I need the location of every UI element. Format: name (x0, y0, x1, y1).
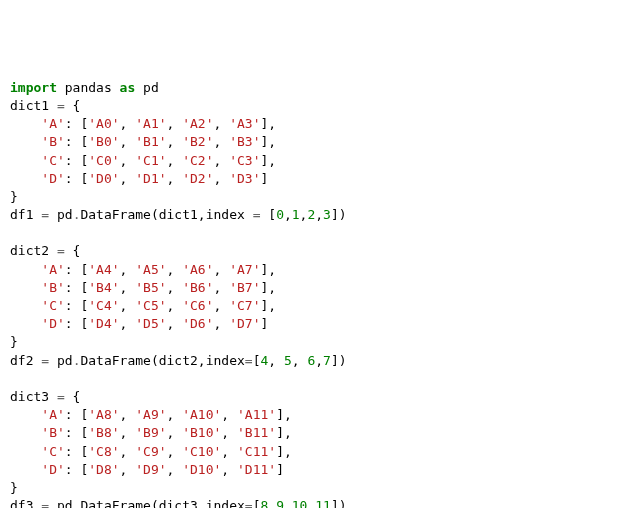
code-token: , (292, 353, 308, 368)
code-token (10, 462, 41, 477)
code-token: , (221, 462, 237, 477)
code-token: pandas (57, 80, 120, 95)
code-token: ], (261, 134, 277, 149)
code-token: 'A10' (182, 407, 221, 422)
code-token: 'B9' (135, 425, 166, 440)
code-token: : [ (65, 280, 88, 295)
code-line: dict1 = { (10, 97, 615, 115)
code-token: pd (135, 80, 158, 95)
code-token: : [ (65, 462, 88, 477)
code-token: 11 (315, 498, 331, 508)
code-line: dict2 = { (10, 242, 615, 260)
code-token: ]) (331, 207, 347, 222)
code-token: 'D9' (135, 462, 166, 477)
code-token: , (167, 444, 183, 459)
code-token: 'A' (41, 407, 64, 422)
code-token: 'B6' (182, 280, 213, 295)
code-line: import pandas as pd (10, 79, 615, 97)
code-token: } (10, 189, 18, 204)
code-token: 'C2' (182, 153, 213, 168)
code-token: , (120, 171, 136, 186)
code-token: 'B11' (237, 425, 276, 440)
code-token: ], (276, 407, 292, 422)
code-line: 'B': ['B0', 'B1', 'B2', 'B3'], (10, 133, 615, 151)
code-line: 'A': ['A4', 'A5', 'A6', 'A7'], (10, 261, 615, 279)
code-token: , (214, 134, 230, 149)
code-token: 'B8' (88, 425, 119, 440)
code-token: , (214, 153, 230, 168)
code-token (10, 316, 41, 331)
code-token: { (65, 243, 81, 258)
code-token: 'C0' (88, 153, 119, 168)
code-token: , (284, 498, 292, 508)
code-token: , (221, 407, 237, 422)
code-token: DataFrame(dict3,index (80, 498, 244, 508)
code-token: 'D6' (182, 316, 213, 331)
code-token: : [ (65, 134, 88, 149)
code-token: , (120, 134, 136, 149)
code-token: , (221, 425, 237, 440)
code-line: 'D': ['D8', 'D9', 'D10', 'D11'] (10, 461, 615, 479)
code-line: df3 = pd.DataFrame(dict3,index=[8,9,10,1… (10, 497, 615, 508)
code-token: 'A2' (182, 116, 213, 131)
code-token: 'D5' (135, 316, 166, 331)
code-token: 5 (284, 353, 292, 368)
code-token: , (120, 444, 136, 459)
code-token: : [ (65, 407, 88, 422)
code-block: import pandas as pddict1 = { 'A': ['A0',… (10, 79, 615, 508)
code-token: , (214, 171, 230, 186)
code-token: 'A7' (229, 262, 260, 277)
code-token (10, 407, 41, 422)
code-token: , (120, 153, 136, 168)
code-token: , (268, 353, 284, 368)
code-token: ], (261, 116, 277, 131)
code-token: pd (49, 207, 72, 222)
code-token: , (167, 316, 183, 331)
code-token: = (245, 498, 253, 508)
code-line (10, 370, 615, 388)
code-token: ], (276, 425, 292, 440)
code-token: [ (260, 207, 276, 222)
code-token (10, 262, 41, 277)
code-token: 'C7' (229, 298, 260, 313)
code-line: 'B': ['B8', 'B9', 'B10', 'B11'], (10, 424, 615, 442)
code-token: , (167, 262, 183, 277)
code-token: ] (276, 462, 284, 477)
code-token: 'D' (41, 462, 64, 477)
code-token: } (10, 334, 18, 349)
code-token: ] (261, 316, 269, 331)
code-token: = (41, 207, 49, 222)
code-token: 'A5' (135, 262, 166, 277)
code-token: ] (261, 171, 269, 186)
code-token: , (120, 298, 136, 313)
code-token: dict1 (10, 98, 57, 113)
code-token: 'D1' (135, 171, 166, 186)
code-token: , (167, 407, 183, 422)
code-token: 'B' (41, 425, 64, 440)
code-token: 10 (292, 498, 308, 508)
code-token: : [ (65, 444, 88, 459)
code-token: 'C8' (88, 444, 119, 459)
code-token: , (214, 280, 230, 295)
code-token: : [ (65, 171, 88, 186)
code-token (10, 116, 41, 131)
code-token: 'C4' (88, 298, 119, 313)
code-token: = (57, 98, 65, 113)
code-token: , (120, 116, 136, 131)
code-token: 0 (276, 207, 284, 222)
code-token: 'C11' (237, 444, 276, 459)
code-token: DataFrame(dict2,index (80, 353, 244, 368)
code-token: , (167, 116, 183, 131)
code-token: ], (261, 280, 277, 295)
code-line (10, 224, 615, 242)
code-token: 'A0' (88, 116, 119, 131)
code-token: 'C10' (182, 444, 221, 459)
code-token: } (10, 480, 18, 495)
code-token: 'B5' (135, 280, 166, 295)
code-token: , (120, 462, 136, 477)
code-token: 'C6' (182, 298, 213, 313)
code-line: } (10, 333, 615, 351)
code-token (10, 444, 41, 459)
code-token: = (41, 498, 49, 508)
code-line: 'B': ['B4', 'B5', 'B6', 'B7'], (10, 279, 615, 297)
